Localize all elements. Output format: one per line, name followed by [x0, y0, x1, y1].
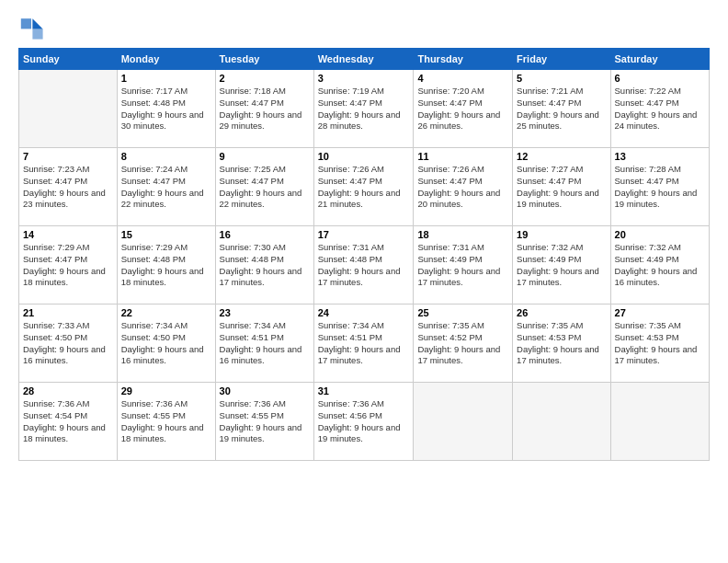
weekday-header: Saturday	[610, 49, 709, 70]
calendar-cell: 25Sunrise: 7:35 AMSunset: 4:52 PMDayligh…	[414, 304, 513, 383]
calendar-cell: 24Sunrise: 7:34 AMSunset: 4:51 PMDayligh…	[313, 304, 414, 383]
calendar-cell: 4Sunrise: 7:20 AMSunset: 4:47 PMDaylight…	[414, 70, 513, 148]
day-info: Sunrise: 7:32 AMSunset: 4:49 PMDaylight:…	[517, 242, 606, 289]
day-number: 29	[121, 385, 211, 396]
calendar-cell: 8Sunrise: 7:24 AMSunset: 4:47 PMDaylight…	[117, 148, 215, 226]
calendar-cell: 27Sunrise: 7:35 AMSunset: 4:53 PMDayligh…	[610, 304, 709, 383]
day-info: Sunrise: 7:35 AMSunset: 4:52 PMDaylight:…	[417, 320, 508, 367]
day-number: 3	[318, 73, 410, 84]
day-info: Sunrise: 7:19 AMSunset: 4:47 PMDaylight:…	[318, 86, 410, 132]
calendar-cell: 12Sunrise: 7:27 AMSunset: 4:47 PMDayligh…	[513, 148, 610, 226]
day-number: 21	[23, 307, 113, 318]
day-info: Sunrise: 7:25 AMSunset: 4:47 PMDaylight:…	[220, 164, 310, 211]
day-number: 17	[318, 229, 410, 240]
svg-rect-2	[21, 18, 31, 29]
calendar-week-row: 7Sunrise: 7:23 AMSunset: 4:47 PMDaylight…	[19, 148, 710, 226]
day-number: 16	[220, 229, 310, 240]
day-info: Sunrise: 7:22 AMSunset: 4:47 PMDaylight:…	[615, 86, 705, 132]
day-info: Sunrise: 7:27 AMSunset: 4:47 PMDaylight:…	[517, 164, 606, 211]
day-info: Sunrise: 7:36 AMSunset: 4:56 PMDaylight:…	[318, 398, 410, 445]
weekday-header: Monday	[117, 49, 215, 70]
day-info: Sunrise: 7:17 AMSunset: 4:48 PMDaylight:…	[121, 86, 211, 132]
weekday-row: SundayMondayTuesdayWednesdayThursdayFrid…	[19, 49, 710, 70]
day-number: 1	[121, 73, 211, 84]
calendar-cell: 15Sunrise: 7:29 AMSunset: 4:48 PMDayligh…	[117, 226, 215, 304]
day-number: 8	[121, 151, 211, 162]
day-info: Sunrise: 7:36 AMSunset: 4:55 PMDaylight:…	[220, 398, 310, 445]
calendar-cell: 10Sunrise: 7:26 AMSunset: 4:47 PMDayligh…	[313, 148, 414, 226]
calendar-cell: 16Sunrise: 7:30 AMSunset: 4:48 PMDayligh…	[215, 226, 313, 304]
header	[18, 15, 710, 40]
day-number: 27	[615, 307, 705, 318]
day-number: 22	[121, 307, 211, 318]
logo-icon	[18, 15, 44, 40]
weekday-header: Sunday	[19, 49, 118, 70]
day-number: 15	[121, 229, 211, 240]
calendar-cell: 17Sunrise: 7:31 AMSunset: 4:48 PMDayligh…	[313, 226, 414, 304]
calendar-cell: 29Sunrise: 7:36 AMSunset: 4:55 PMDayligh…	[117, 383, 215, 461]
day-number: 2	[220, 73, 310, 84]
calendar-cell: 13Sunrise: 7:28 AMSunset: 4:47 PMDayligh…	[610, 148, 709, 226]
day-info: Sunrise: 7:34 AMSunset: 4:51 PMDaylight:…	[318, 320, 410, 367]
day-number: 20	[615, 229, 705, 240]
day-number: 10	[318, 151, 410, 162]
day-number: 23	[220, 307, 310, 318]
day-info: Sunrise: 7:35 AMSunset: 4:53 PMDaylight:…	[517, 320, 606, 367]
day-info: Sunrise: 7:30 AMSunset: 4:48 PMDaylight:…	[220, 242, 310, 289]
calendar-week-row: 14Sunrise: 7:29 AMSunset: 4:47 PMDayligh…	[19, 226, 710, 304]
calendar-cell: 6Sunrise: 7:22 AMSunset: 4:47 PMDaylight…	[610, 70, 709, 148]
day-number: 14	[23, 229, 113, 240]
calendar-cell: 2Sunrise: 7:18 AMSunset: 4:47 PMDaylight…	[215, 70, 313, 148]
calendar-cell: 11Sunrise: 7:26 AMSunset: 4:47 PMDayligh…	[414, 148, 513, 226]
day-number: 4	[417, 73, 508, 84]
day-info: Sunrise: 7:26 AMSunset: 4:47 PMDaylight:…	[417, 164, 508, 211]
calendar-table: SundayMondayTuesdayWednesdayThursdayFrid…	[18, 48, 710, 461]
day-info: Sunrise: 7:20 AMSunset: 4:47 PMDaylight:…	[417, 86, 508, 132]
calendar-week-row: 28Sunrise: 7:36 AMSunset: 4:54 PMDayligh…	[19, 383, 710, 461]
day-number: 25	[417, 307, 508, 318]
calendar-cell	[610, 383, 709, 461]
day-number: 5	[517, 73, 606, 84]
page: SundayMondayTuesdayWednesdayThursdayFrid…	[0, 0, 728, 563]
calendar-body: 1Sunrise: 7:17 AMSunset: 4:48 PMDaylight…	[19, 70, 710, 461]
day-info: Sunrise: 7:35 AMSunset: 4:53 PMDaylight:…	[615, 320, 705, 367]
day-info: Sunrise: 7:33 AMSunset: 4:50 PMDaylight:…	[23, 320, 113, 367]
day-info: Sunrise: 7:34 AMSunset: 4:50 PMDaylight:…	[121, 320, 211, 367]
day-number: 9	[220, 151, 310, 162]
calendar-cell: 30Sunrise: 7:36 AMSunset: 4:55 PMDayligh…	[215, 383, 313, 461]
weekday-header: Friday	[513, 49, 610, 70]
day-info: Sunrise: 7:32 AMSunset: 4:49 PMDaylight:…	[615, 242, 705, 289]
calendar-cell: 19Sunrise: 7:32 AMSunset: 4:49 PMDayligh…	[513, 226, 610, 304]
calendar-cell: 26Sunrise: 7:35 AMSunset: 4:53 PMDayligh…	[513, 304, 610, 383]
day-info: Sunrise: 7:31 AMSunset: 4:48 PMDaylight:…	[318, 242, 410, 289]
day-info: Sunrise: 7:18 AMSunset: 4:47 PMDaylight:…	[220, 86, 310, 132]
day-number: 28	[23, 385, 113, 396]
weekday-header: Tuesday	[215, 49, 313, 70]
calendar-cell: 21Sunrise: 7:33 AMSunset: 4:50 PMDayligh…	[19, 304, 118, 383]
calendar-cell: 3Sunrise: 7:19 AMSunset: 4:47 PMDaylight…	[313, 70, 414, 148]
day-number: 19	[517, 229, 606, 240]
calendar-cell: 20Sunrise: 7:32 AMSunset: 4:49 PMDayligh…	[610, 226, 709, 304]
weekday-header: Wednesday	[313, 49, 414, 70]
day-number: 18	[417, 229, 508, 240]
day-info: Sunrise: 7:24 AMSunset: 4:47 PMDaylight:…	[121, 164, 211, 211]
day-info: Sunrise: 7:31 AMSunset: 4:49 PMDaylight:…	[417, 242, 508, 289]
day-number: 24	[318, 307, 410, 318]
day-number: 12	[517, 151, 606, 162]
day-number: 7	[23, 151, 113, 162]
day-number: 31	[318, 385, 410, 396]
calendar-cell: 9Sunrise: 7:25 AMSunset: 4:47 PMDaylight…	[215, 148, 313, 226]
calendar-cell: 22Sunrise: 7:34 AMSunset: 4:50 PMDayligh…	[117, 304, 215, 383]
calendar-week-row: 1Sunrise: 7:17 AMSunset: 4:48 PMDaylight…	[19, 70, 710, 148]
calendar-cell: 28Sunrise: 7:36 AMSunset: 4:54 PMDayligh…	[19, 383, 118, 461]
calendar-cell: 31Sunrise: 7:36 AMSunset: 4:56 PMDayligh…	[313, 383, 414, 461]
svg-marker-1	[32, 29, 42, 39]
day-number: 11	[417, 151, 508, 162]
day-number: 6	[615, 73, 705, 84]
day-number: 13	[615, 151, 705, 162]
calendar-cell: 7Sunrise: 7:23 AMSunset: 4:47 PMDaylight…	[19, 148, 118, 226]
weekday-header: Thursday	[414, 49, 513, 70]
day-info: Sunrise: 7:26 AMSunset: 4:47 PMDaylight:…	[318, 164, 410, 211]
calendar-header: SundayMondayTuesdayWednesdayThursdayFrid…	[19, 49, 710, 70]
day-info: Sunrise: 7:36 AMSunset: 4:55 PMDaylight:…	[121, 398, 211, 445]
